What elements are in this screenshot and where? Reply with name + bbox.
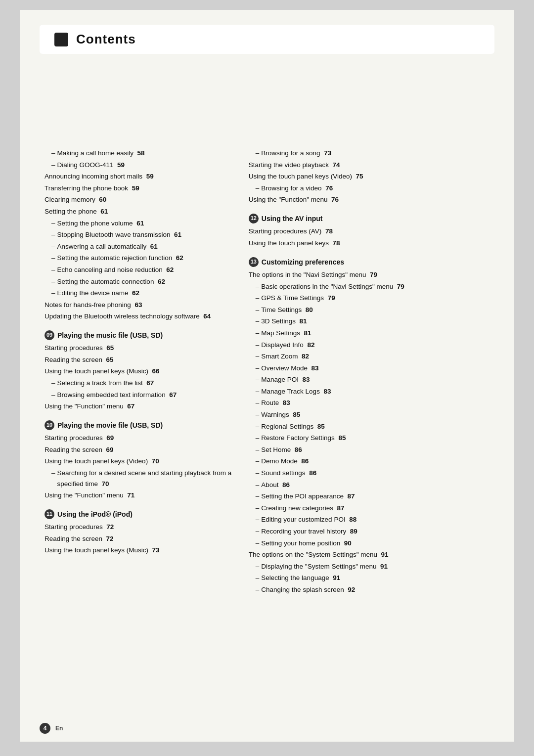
toc-entry-dash: –Displayed Info 82 — [249, 340, 490, 351]
toc-entry-dash: –Basic operations in the "Navi Settings"… — [249, 281, 490, 292]
toc-entry-dash: –Searching for a desired scene and start… — [44, 468, 234, 489]
toc-entry-dash: –Warnings 85 — [249, 409, 490, 420]
toc-entry-dash: –Editing your customized POI 88 — [249, 514, 490, 525]
entry-text: Using the "Function" menu — [44, 402, 124, 410]
entry-page: 83 — [312, 364, 319, 372]
dash-symbol: – — [256, 340, 260, 351]
entry-page: 62 — [158, 278, 165, 285]
section-title: Using the iPod® (iPod) — [57, 509, 133, 520]
toc-entry: Reading the screen 72 — [44, 534, 234, 544]
toc-entry: The options in the "Navi Settings" menu … — [249, 269, 490, 280]
dash-symbol: – — [256, 561, 260, 572]
dash-symbol: – — [51, 160, 55, 171]
entry-page: 86 — [282, 481, 290, 489]
entry-page: 91 — [381, 551, 389, 558]
entry-text: Using the "Function" menu — [44, 491, 124, 499]
entry-page: 65 — [106, 344, 114, 352]
entry-text: Recording your travel history 89 — [261, 526, 357, 537]
toc-entry-dash: –Regional Settings 85 — [249, 421, 490, 432]
toc-entry: Setting the phone 61 — [44, 206, 234, 217]
entry-page: 67 — [169, 391, 177, 399]
entry-page: 83 — [283, 399, 290, 406]
dash-symbol: – — [256, 456, 260, 467]
dash-symbol: – — [256, 468, 260, 479]
entry-text: Using the "Function" menu — [249, 196, 328, 203]
toc-entry-dash: –Browsing for a song 73 — [249, 148, 490, 159]
entry-page: 76 — [331, 196, 339, 203]
entry-text: Map Settings 81 — [261, 328, 311, 339]
entry-text: Warnings 85 — [261, 409, 300, 420]
entry-text: Setting the POI appearance 87 — [261, 491, 355, 502]
entry-page: 81 — [300, 317, 307, 325]
entry-page: 69 — [106, 434, 114, 442]
entry-text: Setting the phone — [44, 208, 97, 215]
entry-text: Starting the video playback — [249, 161, 329, 169]
toc-entry-dash: –Manage Track Logs 83 — [249, 386, 490, 397]
section-number: 13 — [249, 257, 259, 267]
entry-page: 66 — [152, 367, 160, 375]
entry-page: 62 — [166, 266, 174, 273]
entry-text: Using the touch panel keys (Video) — [249, 173, 352, 180]
entry-text: Using the touch panel keys (Music) — [44, 546, 148, 554]
toc-entry: Using the "Function" menu 67 — [44, 401, 234, 412]
entry-page: 74 — [332, 161, 340, 169]
entry-text: Searching for a desired scene and starti… — [57, 468, 234, 489]
left-column: –Making a call home easily 58–Dialing GO… — [44, 148, 234, 596]
entry-page: 89 — [350, 528, 357, 535]
dash-symbol: – — [51, 265, 55, 275]
entry-page: 67 — [146, 379, 154, 387]
toc-entry: Transferring the phone book 59 — [44, 183, 234, 194]
toc-entry-dash: –Time Settings 80 — [249, 305, 490, 315]
entry-page: 61 — [174, 231, 181, 238]
entry-page: 76 — [325, 184, 333, 192]
entry-text: Time Settings 80 — [261, 305, 313, 315]
toc-entry: Using the touch panel keys (Music) 66 — [44, 366, 234, 377]
entry-text: Regional Settings 85 — [261, 421, 324, 432]
entry-text: Demo Mode 86 — [261, 456, 309, 467]
entry-text: Starting procedures (AV) — [249, 227, 322, 235]
toc-entry: Reading the screen 69 — [44, 445, 234, 455]
entry-text: Restore Factory Settings 85 — [261, 433, 346, 444]
entry-text: Basic operations in the "Navi Settings" … — [261, 281, 404, 292]
dash-symbol: – — [256, 445, 260, 455]
toc-entry: Using the touch panel keys (Video) 75 — [249, 171, 490, 182]
toc-entry-dash: –Sound settings 86 — [249, 468, 490, 479]
entry-text: Starting procedures — [44, 434, 103, 442]
entry-page: 87 — [337, 504, 344, 512]
toc-entry-dash: –Smart Zoom 82 — [249, 351, 490, 362]
dash-symbol: – — [256, 328, 260, 339]
title-bar-accent — [54, 33, 68, 46]
dash-symbol: – — [256, 305, 260, 315]
dash-symbol: – — [256, 480, 260, 490]
section-title: Playing the movie file (USB, SD) — [57, 420, 163, 431]
entry-page: 61 — [150, 243, 158, 250]
dash-symbol: – — [51, 241, 55, 252]
entry-page: 78 — [332, 239, 340, 247]
toc-entry: Using the "Function" menu 76 — [249, 194, 490, 205]
entry-text: Starting procedures — [44, 523, 103, 531]
dash-symbol: – — [256, 148, 260, 159]
entry-text: Setting the phone volume 61 — [57, 218, 144, 229]
entry-text: Overview Mode 83 — [261, 363, 318, 374]
entry-text: Manage Track Logs 83 — [261, 386, 331, 397]
dash-symbol: – — [51, 378, 55, 389]
entry-text: Setting the automatic connection 62 — [57, 276, 165, 287]
toc-entry: The options on the "System Settings" men… — [249, 549, 490, 560]
entry-text: Browsing for a video 76 — [261, 183, 333, 194]
entry-page: 63 — [134, 301, 142, 309]
entry-text: Making a call home easily 58 — [57, 148, 145, 159]
section-title: Customizing preferences — [262, 257, 344, 267]
entry-text: Dialing GOOG-411 59 — [57, 160, 125, 171]
toc-entry: Starting procedures 69 — [44, 433, 234, 444]
entry-text: Answering a call automatically 61 — [57, 241, 158, 252]
dash-symbol: – — [51, 218, 55, 229]
entry-text: Using the touch panel keys (Music) — [44, 367, 148, 375]
toc-entry-dash: –About 86 — [249, 480, 490, 490]
toc-entry-dash: –Manage POI 83 — [249, 374, 490, 385]
toc-entry-dash: –Changing the splash screen 92 — [249, 584, 490, 595]
entry-page: 79 — [328, 294, 335, 302]
toc-entry: Starting procedures (AV) 78 — [249, 226, 490, 237]
section-number: 12 — [249, 214, 259, 223]
entry-page: 88 — [349, 516, 356, 523]
dash-symbol: – — [51, 468, 55, 489]
